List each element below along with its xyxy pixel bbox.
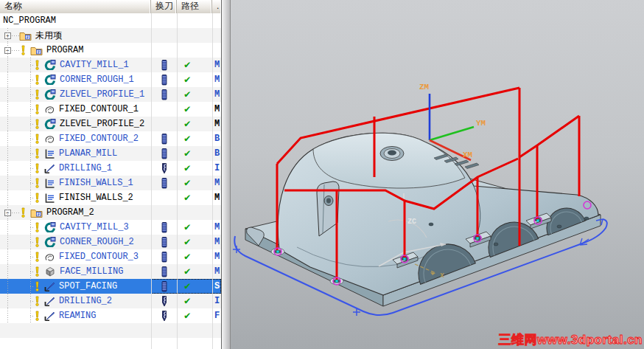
- toolchange-cell: [151, 294, 177, 308]
- tree-row-REAMING[interactable]: REAMING✔F: [0, 308, 221, 323]
- toolchange-cell: [151, 264, 177, 279]
- nx-cam-window: 名称 换刀 路径 . NC_PROGRAM+未用项−PROGRAMCAVITY_…: [0, 0, 644, 349]
- tree-row-FIXED_CONTOUR_1[interactable]: FIXED_CONTOUR_1✔M: [0, 102, 221, 117]
- toolchange-cell: [151, 146, 177, 161]
- tool-name-cell: M: [212, 220, 221, 235]
- tree-line: [7, 308, 8, 323]
- endmill-tool-icon: [161, 134, 168, 145]
- tree-line: [30, 286, 35, 287]
- endmill-tool-icon: [161, 222, 168, 233]
- tree-row-DRILLING_1[interactable]: DRILLING_1✔I: [0, 161, 221, 176]
- path-ok-check-icon: ✔: [184, 60, 190, 70]
- row-label: CORNER_ROUGH_2: [60, 237, 134, 247]
- tool-name-truncated: M: [214, 104, 220, 114]
- mill-icon: [44, 89, 56, 100]
- folder-icon: [30, 208, 43, 218]
- graphics-viewport[interactable]: ZC x: [231, 0, 644, 349]
- path-status-cell: [177, 28, 212, 43]
- wcs-z-label: ZC: [407, 218, 416, 226]
- alert-icon: [20, 45, 27, 55]
- tool-name-truncated: S: [214, 281, 220, 291]
- tree-line: [30, 227, 35, 228]
- path-status-cell: ✔: [177, 308, 212, 323]
- tree-row-FINISH_WALLS_2[interactable]: FINISH_WALLS_2✔M: [0, 190, 221, 205]
- toolchange-cell: [151, 308, 177, 323]
- tree-row-FIXED_CONTOUR_3[interactable]: FIXED_CONTOUR_3✔M: [0, 249, 221, 264]
- row-label: FIXED_CONTOUR_1: [59, 104, 139, 114]
- tree-row-PROGRAM_2[interactable]: −PROGRAM_2: [0, 205, 221, 220]
- path-status-cell: ✔: [177, 87, 212, 102]
- tree-row-DRILLING_2[interactable]: DRILLING_2✔I: [0, 294, 221, 308]
- drillop-icon: [44, 282, 55, 291]
- name-cell: CAVITY_MILL_1: [0, 58, 151, 72]
- tree-line: [30, 242, 35, 243]
- row-label: SPOT_FACING: [59, 281, 117, 291]
- column-header-truncated[interactable]: .: [212, 0, 221, 13]
- drill-tool-icon: [161, 163, 168, 174]
- alert-icon: [34, 119, 41, 129]
- tree-row-FINISH_WALLS_1[interactable]: FINISH_WALLS_1✔M: [0, 176, 221, 190]
- tool-name-truncated: M: [214, 193, 220, 203]
- path-ok-check-icon: ✔: [184, 163, 190, 173]
- tool-name-truncated: M: [214, 252, 220, 262]
- path-status-cell: ✔: [177, 102, 212, 117]
- alert-icon: [34, 89, 41, 100]
- drill-tool-icon: [161, 311, 168, 322]
- tree-row-CAVITY_MILL_1[interactable]: CAVITY_MILL_1✔M: [0, 58, 221, 72]
- toolchange-cell: [151, 249, 177, 264]
- tree-row-PROGRAM[interactable]: −PROGRAM: [0, 43, 221, 58]
- column-header-name[interactable]: 名称: [0, 0, 151, 13]
- row-label: DRILLING_2: [59, 296, 112, 306]
- facemill-icon: [44, 266, 56, 277]
- tree-row-CAVITY_MILL_3[interactable]: CAVITY_MILL_3✔M: [0, 220, 221, 235]
- path-ok-check-icon: ✔: [184, 89, 190, 100]
- path-ok-check-icon: ✔: [184, 75, 190, 85]
- tool-name-cell: I: [212, 161, 221, 176]
- tree-row-FACE_MILLING[interactable]: FACE_MILLING✔M: [0, 264, 221, 279]
- tool-name-cell: [212, 28, 221, 43]
- tree-line: [30, 257, 35, 258]
- name-cell: FIXED_CONTOUR_2: [0, 131, 151, 146]
- path-ok-check-icon: ✔: [184, 178, 190, 188]
- column-header-path[interactable]: 路径: [177, 0, 212, 13]
- tree-line: [7, 28, 8, 43]
- tree-row-FIXED_CONTOUR_2[interactable]: FIXED_CONTOUR_2✔B: [0, 131, 221, 146]
- path-status-cell: ✔: [177, 190, 212, 205]
- path-status-cell: ✔: [177, 146, 212, 161]
- name-cell: FINISH_WALLS_1: [0, 176, 151, 190]
- tree-line: [7, 117, 8, 131]
- operation-tree: NC_PROGRAM+未用项−PROGRAMCAVITY_MILL_1✔MCOR…: [0, 13, 221, 349]
- tree-line: [7, 43, 8, 58]
- name-cell: FIXED_CONTOUR_1: [0, 102, 151, 117]
- filler-boss: [380, 147, 404, 161]
- tree-line: [30, 80, 35, 80]
- name-cell: CORNER_ROUGH_2: [0, 235, 151, 249]
- tree-line: [7, 220, 8, 235]
- toolchange-cell: [151, 72, 177, 87]
- path-status-cell: [177, 13, 212, 28]
- tree-row-NC_PROGRAM[interactable]: NC_PROGRAM: [0, 13, 221, 28]
- tree-row-未用项[interactable]: +未用项: [0, 28, 221, 43]
- panel-splitter[interactable]: [222, 0, 231, 349]
- tree-line: [30, 272, 35, 272]
- alert-icon: [34, 266, 41, 277]
- tree-row-CORNER_ROUGH_1[interactable]: CORNER_ROUGH_1✔M: [0, 72, 221, 87]
- endmill-tool-icon: [161, 178, 168, 189]
- tree-row-PLANAR_MILL[interactable]: PLANAR_MILL✔B: [0, 146, 221, 161]
- tool-name-cell: M: [212, 264, 221, 279]
- column-header-toolchange[interactable]: 换刀: [151, 0, 177, 13]
- name-cell: ZLEVEL_PROFILE_2: [0, 117, 151, 131]
- endmill-tool-icon: [161, 281, 168, 292]
- endmill-tool-icon: [161, 252, 168, 263]
- tool-name-truncated: I: [214, 163, 220, 173]
- mill-icon: [44, 119, 56, 129]
- tree-row-ZLEVEL_PROFILE_2[interactable]: ZLEVEL_PROFILE_2✔M: [0, 117, 221, 131]
- row-label: CAVITY_MILL_1: [60, 60, 129, 70]
- toolchange-cell: [151, 117, 177, 131]
- name-cell: DRILLING_2: [0, 294, 151, 308]
- tree-row-SPOT_FACING[interactable]: SPOT_FACING✔S: [0, 279, 221, 294]
- tree-row-CORNER_ROUGH_2[interactable]: CORNER_ROUGH_2✔M: [0, 235, 221, 249]
- tree-row-ZLEVEL_PROFILE_1[interactable]: ZLEVEL_PROFILE_1✔M: [0, 87, 221, 102]
- tree-line: [12, 50, 19, 51]
- alert-icon: [34, 148, 41, 159]
